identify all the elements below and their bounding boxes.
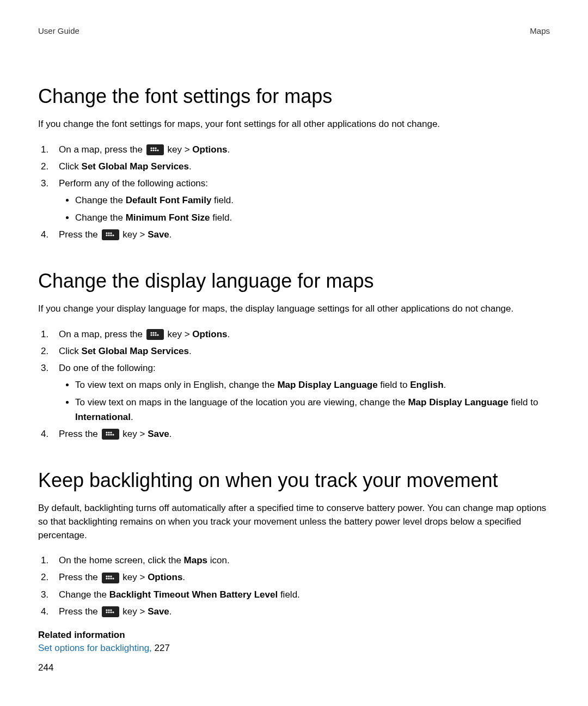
step-3: Do one of the following: To view text on… [51,361,550,424]
related-information: Related information Set options for back… [38,630,550,654]
svg-point-3 [150,150,152,151]
bullet-text: field. [211,195,234,205]
step-text: key > [168,329,190,339]
step-text: Press the [59,429,98,439]
step-text: Do one of the following: [59,363,156,373]
bullet-bold: International [75,412,131,422]
svg-point-2 [155,148,156,149]
svg-point-41 [112,612,114,613]
intro-text: By default, backlighting turns off autom… [38,502,550,542]
header-right: Maps [530,26,550,35]
bullet-text: . [131,412,133,422]
bullet-bold: Minimum Font Size [126,212,210,223]
svg-point-20 [157,334,158,336]
step-text: key > [122,229,145,240]
step-text: Click [59,346,82,356]
step-4: Press the key > Save. [51,427,550,441]
step-text: Press the [59,606,98,617]
svg-point-14 [150,332,152,334]
step-1: On a map, press the key > Options. [51,142,550,157]
bullet: To view text on maps only in English, ch… [75,378,550,392]
step-2: Press the key > Options. [51,570,550,585]
intro-text: If you change your display language for … [38,302,550,316]
svg-point-11 [108,235,109,236]
section-backlighting: Keep backlighting on when you track your… [38,468,550,654]
menu-key-icon [102,429,119,440]
heading-display-language: Change the display language for maps [38,269,550,293]
intro-text: If you change the font settings for maps… [38,118,550,131]
step-2: Click Set Global Map Services. [51,344,550,358]
bullet-bold: Default Font Family [126,195,212,205]
svg-point-27 [112,434,114,436]
svg-point-31 [106,577,107,579]
svg-point-23 [110,432,112,434]
svg-point-37 [110,610,112,611]
svg-point-30 [110,575,112,577]
step-text: Press the [59,229,98,240]
svg-point-40 [110,612,112,613]
svg-point-9 [110,233,112,234]
step-bold: Save [148,606,169,617]
step-text: . [189,346,192,356]
bullet: To view text on maps in the language of … [75,395,550,424]
sub-bullets: To view text on maps only in English, ch… [59,378,550,424]
svg-point-16 [155,332,156,334]
svg-point-38 [106,612,107,613]
step-1: On the home screen, click the Maps icon. [51,553,550,568]
step-text: key > [122,606,145,617]
heading-backlighting: Keep backlighting on when you track your… [38,468,550,492]
svg-point-28 [106,575,107,577]
related-link[interactable]: Set options for backlighting, [38,643,155,653]
svg-point-15 [152,332,154,334]
heading-font-settings: Change the font settings for maps [38,84,550,108]
svg-point-7 [106,233,107,234]
bullet-text: Change the [75,195,126,205]
related-heading: Related information [38,630,550,641]
svg-point-19 [155,334,156,336]
step-1: On a map, press the key > Options. [51,327,550,342]
svg-point-36 [108,610,109,611]
step-text: icon. [207,555,230,565]
bullet-text: . [444,380,446,390]
header-left: User Guide [38,26,79,35]
step-bold: Save [148,229,169,240]
step-bold: Options [192,329,227,339]
menu-key-icon [102,229,119,240]
step-3: Perform any of the following actions: Ch… [51,176,550,225]
bullet-bold: English [410,380,443,390]
bullet-text: To view text on maps only in English, ch… [75,380,277,390]
svg-point-4 [152,150,154,151]
step-text: . [189,161,192,172]
section-font-settings: Change the font settings for maps If you… [38,84,550,242]
bullet-text: field to [378,380,411,390]
svg-point-0 [150,148,152,149]
step-text: . [169,606,172,617]
step-text: . [169,229,172,240]
bullet: Change the Minimum Font Size field. [75,210,550,225]
step-text: . [228,144,230,155]
step-text: Change the [59,589,109,600]
svg-point-8 [108,233,109,234]
step-text: Press the [59,572,98,582]
bullet-bold: Map Display Language [277,380,377,390]
svg-point-5 [155,150,156,151]
svg-point-24 [106,434,107,436]
page-number: 244 [38,662,53,673]
step-bold: Maps [184,555,207,565]
step-bold: Options [192,144,227,155]
step-bold: Backlight Timeout When Battery Level [109,589,278,600]
section-display-language: Change the display language for maps If … [38,269,550,441]
page-header: User Guide Maps [38,26,550,35]
step-text: Perform any of the following actions: [59,178,208,188]
svg-point-39 [108,612,109,613]
step-text: On the home screen, click the [59,555,184,565]
menu-key-icon [146,144,164,155]
menu-key-icon [102,606,119,617]
svg-point-22 [108,432,109,434]
step-text: field. [278,589,300,600]
svg-point-33 [110,577,112,579]
step-bold: Set Global Map Services [82,161,189,172]
step-2: Click Set Global Map Services. [51,159,550,174]
step-bold: Set Global Map Services [82,346,189,356]
step-text: On a map, press the [59,329,143,339]
